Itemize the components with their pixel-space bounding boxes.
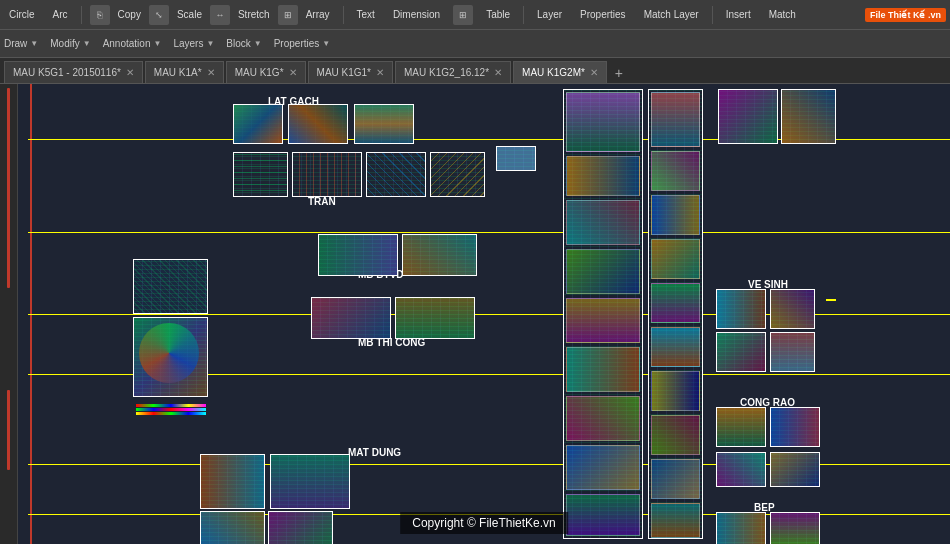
toolbar-row1: Circle Arc ⎘ Copy ⤡ Scale ↔ Stretch ⊞ Ar… bbox=[0, 0, 950, 30]
cad-block-right-col-1[interactable] bbox=[563, 89, 643, 539]
cad-block-bep-2[interactable] bbox=[770, 512, 820, 544]
block-menu[interactable]: Block ▼ bbox=[226, 38, 261, 49]
cad-canvas[interactable]: LAT GACH TRAN MB BTVD bbox=[18, 84, 950, 544]
copyright-overlay: Copyright © FileThietKe.vn bbox=[400, 512, 568, 534]
array-icon[interactable]: ⊞ bbox=[278, 5, 298, 25]
layers-arrow: ▼ bbox=[206, 39, 214, 48]
cad-block-tran-1[interactable] bbox=[233, 152, 288, 197]
tab-k1g2m[interactable]: MAU K1G2M* ✕ bbox=[513, 61, 607, 83]
cad-block-lat-gach-3[interactable] bbox=[354, 104, 414, 144]
color-strips bbox=[136, 404, 206, 416]
divider1 bbox=[81, 6, 82, 24]
toolbar-array[interactable]: Array bbox=[301, 7, 335, 22]
cad-block-thi-cong-2[interactable] bbox=[395, 297, 475, 339]
cad-block-right-col-2[interactable] bbox=[648, 89, 703, 539]
cad-block-lat-gach-1[interactable] bbox=[233, 104, 283, 144]
tab-k1g1[interactable]: MAU K1G1* ✕ bbox=[308, 61, 393, 83]
toolbar-copy[interactable]: Copy bbox=[113, 7, 146, 22]
cad-block-tran-3[interactable] bbox=[366, 152, 426, 197]
annotation-menu[interactable]: Annotation ▼ bbox=[103, 38, 162, 49]
tabs-bar: MAU K5G1 - 20150116* ✕ MAU K1A* ✕ MAU K1… bbox=[0, 58, 950, 84]
cad-block-mat-dung-1[interactable] bbox=[270, 454, 350, 509]
toolbar-arc[interactable]: Arc bbox=[48, 7, 73, 22]
properties-menu[interactable]: Properties ▼ bbox=[274, 38, 331, 49]
main-area: LAT GACH TRAN MB BTVD bbox=[0, 84, 950, 544]
toolbar-text[interactable]: Text bbox=[352, 7, 380, 22]
cad-block-site-2[interactable] bbox=[133, 317, 208, 397]
cad-block-lat-gach-2[interactable] bbox=[288, 104, 348, 144]
scale-icon[interactable]: ⤡ bbox=[149, 5, 169, 25]
block-arrow: ▼ bbox=[254, 39, 262, 48]
tab-add-button[interactable]: + bbox=[609, 63, 629, 83]
left-red-bar-2 bbox=[7, 390, 10, 470]
tab-k1g[interactable]: MAU K1G* ✕ bbox=[226, 61, 306, 83]
cad-block-site-1[interactable] bbox=[133, 259, 208, 314]
modify-menu[interactable]: Modify ▼ bbox=[50, 38, 90, 49]
tab-k1a[interactable]: MAU K1A* ✕ bbox=[145, 61, 224, 83]
cad-block-mat-dung-2[interactable] bbox=[200, 454, 265, 509]
divider3 bbox=[523, 6, 524, 24]
tab-k5g1[interactable]: MAU K5G1 - 20150116* ✕ bbox=[4, 61, 143, 83]
toolbar-match[interactable]: Match bbox=[764, 7, 801, 22]
toolbar-dimension[interactable]: Dimension bbox=[388, 7, 445, 22]
modify-group: ⎘ Copy ⤡ Scale ↔ Stretch ⊞ Array bbox=[90, 5, 335, 25]
filetk-badge: File Thiết Kế .vn bbox=[865, 8, 946, 22]
cad-block-bep-1[interactable] bbox=[716, 512, 766, 544]
tab-close-k1g1[interactable]: ✕ bbox=[376, 67, 384, 78]
toolbar-match-layer[interactable]: Match Layer bbox=[639, 7, 704, 22]
cad-block-far-right-2[interactable] bbox=[781, 89, 836, 144]
draw-arrow: ▼ bbox=[30, 39, 38, 48]
toolbar-circle[interactable]: Circle bbox=[4, 7, 40, 22]
tab-close-k1g2-16[interactable]: ✕ bbox=[494, 67, 502, 78]
tab-close-k5g1[interactable]: ✕ bbox=[126, 67, 134, 78]
cad-block-mat-cat-2[interactable] bbox=[268, 511, 333, 544]
cad-block-cong-rao-4[interactable] bbox=[770, 452, 820, 487]
table-icon[interactable]: ⊞ bbox=[453, 5, 473, 25]
label-mat-dung: MAT DUNG bbox=[348, 447, 401, 458]
toolbar-table[interactable]: Table bbox=[481, 7, 515, 22]
modify-arrow: ▼ bbox=[83, 39, 91, 48]
cad-block-thi-cong-1[interactable] bbox=[311, 297, 391, 339]
toolbar-layer[interactable]: Layer bbox=[532, 7, 567, 22]
tab-close-k1g[interactable]: ✕ bbox=[289, 67, 297, 78]
hline-2 bbox=[28, 232, 950, 233]
cad-block-tran-5[interactable] bbox=[496, 146, 536, 171]
left-red-bar-1 bbox=[7, 88, 10, 288]
toolbar-stretch[interactable]: Stretch bbox=[233, 7, 275, 22]
arrow-ve-sinh bbox=[826, 299, 836, 301]
annotation-arrow: ▼ bbox=[153, 39, 161, 48]
label-tran: TRAN bbox=[308, 196, 336, 207]
cad-block-ve-sinh-3[interactable] bbox=[716, 332, 766, 372]
cad-block-cong-rao-2[interactable] bbox=[770, 407, 820, 447]
toolbar-row2: Draw ▼ Modify ▼ Annotation ▼ Layers ▼ Bl… bbox=[0, 30, 950, 58]
stretch-icon[interactable]: ↔ bbox=[210, 5, 230, 25]
cad-block-cong-rao-3[interactable] bbox=[716, 452, 766, 487]
divider4 bbox=[712, 6, 713, 24]
toolbar-insert[interactable]: Insert bbox=[721, 7, 756, 22]
toolbar-scale[interactable]: Scale bbox=[172, 7, 207, 22]
cad-block-cong-rao-1[interactable] bbox=[716, 407, 766, 447]
divider2 bbox=[343, 6, 344, 24]
tab-k1g2-16[interactable]: MAU K1G2_16.12* ✕ bbox=[395, 61, 511, 83]
cad-block-ve-sinh-4[interactable] bbox=[770, 332, 815, 372]
cad-block-ve-sinh-2[interactable] bbox=[770, 289, 815, 329]
tab-close-k1g2m[interactable]: ✕ bbox=[590, 67, 598, 78]
layers-menu[interactable]: Layers ▼ bbox=[173, 38, 214, 49]
tab-close-k1a[interactable]: ✕ bbox=[207, 67, 215, 78]
cad-block-mb-btvd-2[interactable] bbox=[402, 234, 477, 276]
left-sidebar bbox=[0, 84, 18, 544]
cad-block-mb-btvd-1[interactable] bbox=[318, 234, 398, 276]
draw-menu[interactable]: Draw ▼ bbox=[4, 38, 38, 49]
properties-arrow: ▼ bbox=[322, 39, 330, 48]
cad-block-tran-2[interactable] bbox=[292, 152, 362, 197]
toolbar-properties[interactable]: Properties bbox=[575, 7, 631, 22]
cad-block-mat-cat-1[interactable] bbox=[200, 511, 265, 544]
copy-icon[interactable]: ⎘ bbox=[90, 5, 110, 25]
cad-block-tran-4[interactable] bbox=[430, 152, 485, 197]
cad-block-far-right-top[interactable] bbox=[718, 89, 778, 144]
cad-block-ve-sinh-1[interactable] bbox=[716, 289, 766, 329]
